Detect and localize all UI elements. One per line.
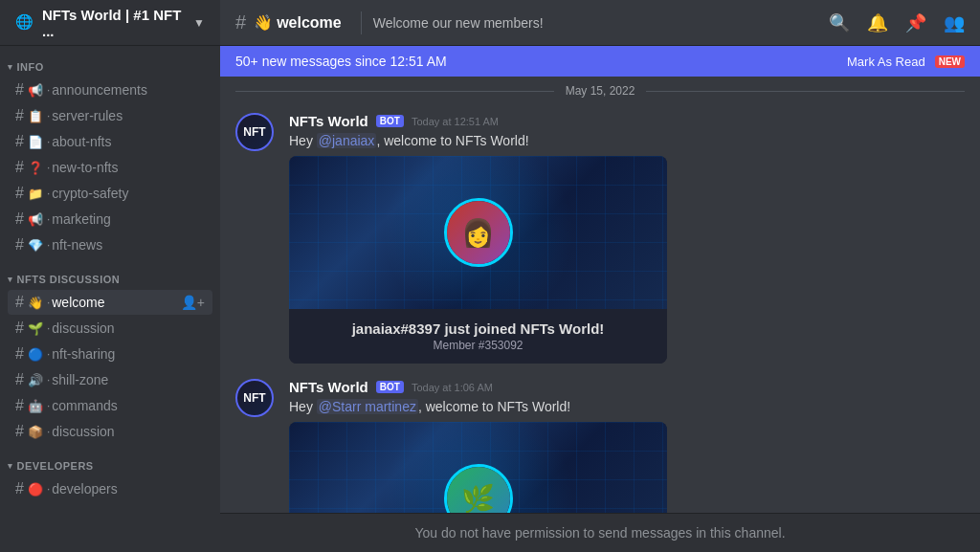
channel-hash-icon: #	[15, 210, 24, 228]
channel-bullet: ·	[47, 238, 50, 252]
channel-hash-icon: #	[15, 81, 24, 99]
welcome-card-image: 👩	[289, 156, 667, 309]
card-avatar-container: 👩	[444, 198, 513, 267]
channel-emoji: 📁	[28, 187, 43, 201]
sidebar-item-server-rules[interactable]: #📋· server-rules	[8, 103, 212, 128]
message-timestamp: Today at 12:51 AM	[412, 116, 499, 127]
sidebar-item-crypto-safety[interactable]: #📁· crypto-safety	[8, 181, 212, 206]
header-divider	[361, 11, 362, 34]
channel-label: new-to-nfts	[52, 160, 118, 175]
new-messages-text: 50+ new messages since 12:51 AM	[235, 54, 447, 69]
channel-bullet: ·	[47, 212, 50, 226]
category-chevron-icon: ▾	[8, 62, 13, 72]
sidebar-item-announcements[interactable]: #📢· announcements	[8, 77, 212, 102]
channel-hash-icon: #	[15, 185, 24, 202]
message-author: NFTs World	[289, 379, 368, 395]
channel-hash-icon: #	[15, 159, 24, 176]
channel-hash-icon: #	[15, 236, 24, 254]
welcome-card-title: janaiax#8397 just joined NFTs World!	[304, 320, 652, 337]
mark-as-read-button[interactable]: Mark As Read NEW	[847, 55, 965, 69]
channel-header-emoji: 👋	[254, 13, 273, 32]
channel-bullet: ·	[47, 109, 50, 122]
channel-label: shill-zone	[52, 372, 108, 387]
channel-emoji: 🔊	[28, 373, 43, 387]
category-info[interactable]: ▾INFO	[0, 46, 220, 77]
permission-text: You do not have permission to send messa…	[414, 525, 785, 541]
pin-icon[interactable]: 📌	[905, 12, 926, 33]
channel-label: discussion	[52, 424, 114, 439]
sidebar-item-commands[interactable]: #🤖· commands	[8, 393, 212, 418]
channel-bullet: ·	[47, 482, 50, 496]
mention: @Starr martinez	[317, 399, 418, 414]
card-avatar: 👩	[444, 198, 513, 267]
channel-emoji: 📄	[28, 135, 43, 149]
sidebar-item-discussion[interactable]: #🌱· discussion	[8, 316, 212, 341]
bot-avatar: NFT	[235, 113, 274, 151]
welcome-card-text: janaiax#8397 just joined NFTs World! Mem…	[289, 309, 667, 364]
channel-bullet: ·	[47, 425, 50, 438]
channel-label: developers	[52, 481, 118, 497]
sidebar-item-discussion2[interactable]: #📦· discussion	[8, 419, 212, 444]
server-header[interactable]: 🌐 NFTs World | #1 NFT ... ▼	[0, 0, 220, 46]
header-icons: 🔍 🔔 📌 👥	[829, 12, 965, 33]
new-messages-banner: 50+ new messages since 12:51 AM Mark As …	[220, 46, 980, 77]
channel-bullet: ·	[47, 135, 50, 148]
channel-label: discussion	[52, 320, 114, 336]
channel-emoji: 📢	[28, 212, 43, 227]
card-avatar-image: 🌿	[447, 467, 510, 513]
category-nfts-discussion[interactable]: ▾NFTS DISCUSSION	[0, 258, 220, 289]
sidebar-item-shill-zone[interactable]: #🔊· shill-zone	[8, 367, 212, 392]
sidebar-item-developers[interactable]: #🔴· developers	[8, 476, 212, 501]
sidebar-item-new-to-nfts[interactable]: #❓· new-to-nfts	[8, 155, 212, 180]
sidebar-item-about-nfts[interactable]: #📄· about-nfts	[8, 129, 212, 154]
server-name: NFTs World | #1 NFT ...	[42, 7, 193, 39]
channel-hash-icon: #	[15, 371, 24, 388]
channel-hash-icon: #	[15, 480, 24, 497]
members-icon[interactable]: 👥	[944, 12, 965, 33]
channel-label: commands	[52, 398, 117, 413]
channel-hash-icon: #	[15, 345, 24, 363]
channel-emoji: 📢	[28, 83, 43, 98]
mark-as-read-label: Mark As Read	[847, 55, 925, 69]
search-icon[interactable]: 🔍	[829, 12, 850, 33]
messages-container: NFT NFTs World BOT Today at 12:51 AM Hey…	[220, 105, 980, 513]
sidebar-item-nft-sharing[interactable]: #🔵· nft-sharing	[8, 342, 212, 366]
channel-bullet: ·	[47, 399, 50, 412]
message-header: NFTs World BOT Today at 12:51 AM	[289, 113, 965, 129]
sidebar-item-nft-news[interactable]: #💎· nft-news	[8, 232, 212, 257]
bot-badge: BOT	[376, 115, 404, 127]
category-developers[interactable]: ▾DEVELOPERS	[0, 445, 220, 475]
message-content: NFTs World BOT Today at 1:06 AM Hey @Sta…	[289, 379, 965, 513]
channel-header-hash-icon: #	[235, 11, 246, 33]
channel-hash-icon: #	[15, 397, 24, 414]
message-group: NFT NFTs World BOT Today at 12:51 AM Hey…	[220, 105, 980, 371]
server-dropdown-icon: ▼	[193, 16, 205, 30]
sidebar-item-marketing[interactable]: #📢· marketing	[8, 207, 212, 232]
permission-notice: You do not have permission to send messa…	[220, 513, 980, 552]
welcome-card: 🌿 Starr martinez#7397 just joined NFTs W…	[289, 422, 667, 513]
new-badge: NEW	[935, 55, 965, 68]
channel-emoji: 📦	[28, 425, 43, 439]
category-label: DEVELOPERS	[17, 460, 94, 472]
channel-label: announcements	[52, 82, 147, 98]
sidebar-item-welcome[interactable]: #👋· welcome👤+	[8, 290, 212, 315]
mention: @janaiax	[317, 133, 377, 148]
channel-bullet: ·	[47, 83, 50, 97]
main-content: # 👋 welcome Welcome our new members! 🔍 🔔…	[220, 0, 980, 552]
channel-label: nft-sharing	[52, 346, 115, 362]
welcome-card-subtitle: Member #353092	[304, 339, 652, 352]
channel-label: crypto-safety	[52, 186, 128, 201]
add-member-icon[interactable]: 👤+	[181, 295, 205, 310]
server-icon: 🌐	[15, 13, 34, 33]
notification-bell-icon[interactable]: 🔔	[867, 12, 888, 33]
channel-label: welcome	[52, 295, 104, 310]
card-avatar: 🌿	[444, 464, 513, 513]
category-chevron-icon: ▾	[8, 275, 13, 284]
channel-emoji: 📋	[28, 109, 43, 123]
channel-hash-icon: #	[15, 133, 24, 150]
channel-hash-icon: #	[15, 423, 24, 440]
message-header: NFTs World BOT Today at 1:06 AM	[289, 379, 965, 395]
card-avatar-container: 🌿	[444, 464, 513, 513]
message-author: NFTs World	[289, 113, 368, 129]
category-chevron-icon: ▾	[8, 461, 13, 471]
